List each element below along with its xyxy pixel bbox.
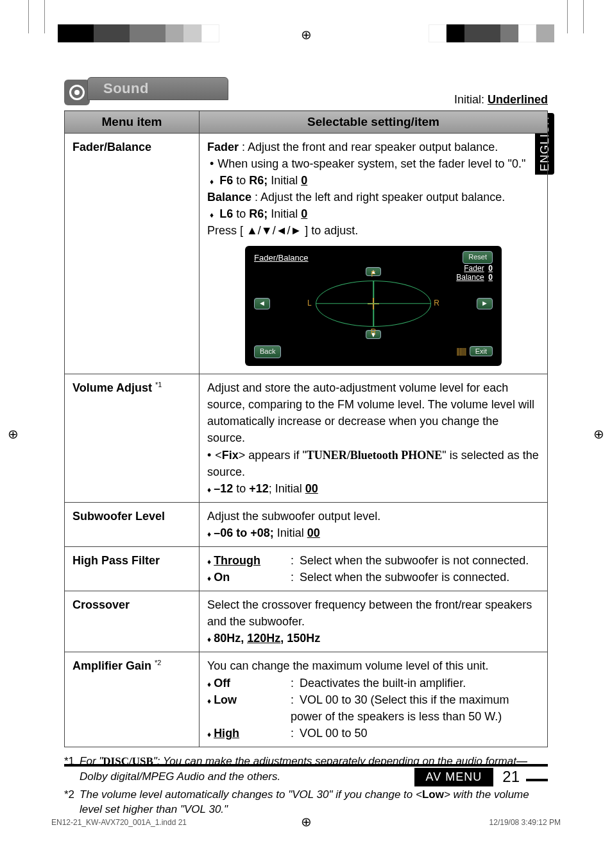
footer-tick-icon [526,779,548,781]
print-timestamp: 12/19/08 3:49:12 PM [489,818,561,827]
table-row: Volume Adjust *1 Adjust and store the au… [65,374,548,503]
item-setting: You can change the maximum volume level … [200,652,548,747]
arrow-left-button[interactable]: ◄ [254,298,270,309]
page-content: Sound Initial: Underlined Menu item Sele… [64,77,548,791]
table-row: Amplifier Gain *2 You can change the max… [65,652,548,747]
sound-icon [64,80,90,105]
item-setting: Adjust the subwoofer output level. –06 t… [200,502,548,546]
item-name: Fader/Balance [65,134,200,374]
page-footer: AV MENU 21 [64,764,548,787]
color-bar-right [429,24,554,42]
item-setting: Fader : Adjust the front and rear speake… [200,134,548,374]
item-name: Subwoofer Level [65,502,200,546]
item-setting: ThroughSelect when the subwoofer is not … [200,546,548,591]
print-file: EN12-21_KW-AVX720_001A_1.indd 21 [51,818,187,827]
section-tab: Sound [87,77,228,100]
item-setting: Select the crossover frequency between t… [200,591,548,652]
col-setting: Selectable setting/item [200,111,548,134]
fader-screen: Fader/Balance Reset Fader 0 Balance 0 ▲ … [245,246,502,367]
section-label: AV MENU [414,768,494,786]
screen-title: Fader/Balance [254,252,309,265]
col-menu: Menu item [65,111,200,134]
table-row: High Pass Filter ThroughSelect when the … [65,546,548,591]
page-number: 21 [502,768,520,786]
registration-mark-top: ⊕ [301,28,312,41]
table-row: Crossover Select the crossover frequency… [65,591,548,652]
item-setting: Adjust and store the auto-adjustment vol… [200,374,548,503]
item-name: Crossover [65,591,200,652]
fader-target[interactable]: F R L R [316,281,431,327]
arrow-right-button[interactable]: ► [477,298,493,309]
item-name: Volume Adjust *1 [65,374,200,503]
section-header: Sound Initial: Underlined [64,77,548,107]
registration-mark-left: ⊕ [8,428,19,440]
item-name: High Pass Filter [65,546,200,591]
exit-button[interactable]: Exit [470,346,493,356]
item-name: Amplifier Gain *2 [65,652,200,747]
footnote-marker: *2 [64,787,74,818]
table-row: Fader/Balance Fader : Adjust the front a… [65,134,548,374]
back-button[interactable]: Back [254,345,281,358]
color-bar-left [58,24,219,42]
registration-mark-right: ⊕ [593,428,604,440]
table-row: Subwoofer Level Adjust the subwoofer out… [65,502,548,546]
initial-legend: Initial: Underlined [454,93,548,107]
registration-mark-bottom: ⊕ [301,814,312,829]
volume-indicator-icon: ||||||| [456,347,466,356]
reset-button[interactable]: Reset [463,251,493,264]
settings-table: Menu item Selectable setting/item Fader/… [64,110,548,747]
